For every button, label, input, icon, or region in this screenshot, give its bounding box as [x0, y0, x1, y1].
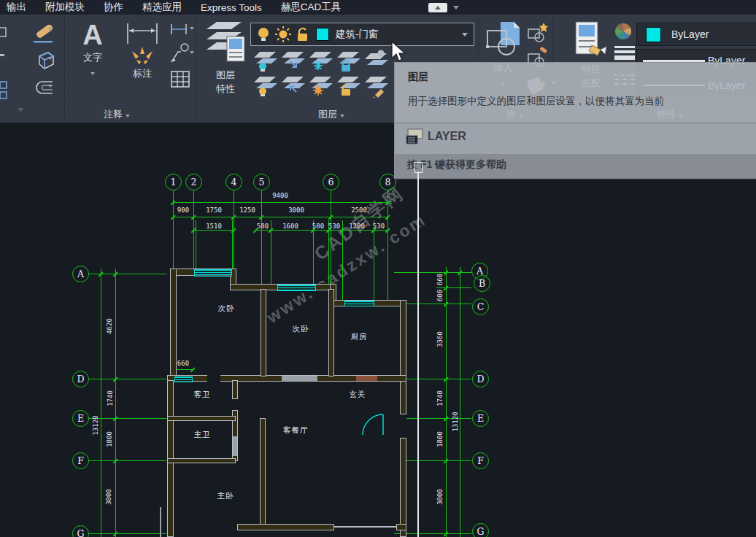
room-label: 主卫 — [194, 430, 211, 440]
chevron-down-icon[interactable] — [48, 57, 53, 60]
layer-command-icon — [406, 128, 424, 145]
tooltip-description: 用于选择图形中定义的图层和图层设置，以便将其置为当前 — [408, 95, 751, 108]
annotation-panel-label[interactable]: 注释 — [104, 108, 130, 121]
door-opening — [207, 375, 220, 382]
tooltip-divider — [395, 123, 756, 123]
axis-bubble: E — [72, 410, 89, 427]
room-label: 次卧 — [293, 324, 309, 334]
insert-block-icon — [485, 20, 521, 58]
color-wheel-icon[interactable] — [615, 23, 631, 39]
wall — [167, 458, 236, 463]
menu-collaborate[interactable]: 协作 — [104, 1, 123, 14]
window — [174, 376, 193, 382]
chevron-down-icon[interactable] — [190, 51, 194, 54]
balcony-door-sill — [334, 526, 397, 528]
layer-properties-button[interactable]: 图层特性 — [203, 20, 248, 96]
axis-bubble: G — [472, 523, 489, 537]
room-label: 玄关 — [350, 390, 366, 400]
axis-bubble: D — [72, 371, 89, 387]
chevron-down-icon — [90, 72, 95, 75]
axis-bubble: A — [72, 266, 89, 282]
menu-express-tools[interactable]: Express Tools — [201, 2, 262, 13]
tooltip-title: 图层 — [408, 71, 428, 84]
wall — [328, 289, 334, 376]
section-line — [417, 171, 419, 537]
modify-panel-clipped-icons — [0, 25, 9, 105]
panel-expand-icon[interactable] — [18, 108, 23, 112]
match-properties-icon — [573, 20, 609, 60]
axis-bubble: 4 — [225, 174, 242, 190]
room-label: 客餐厅 — [283, 425, 309, 436]
text-icon: A — [73, 20, 112, 51]
door-leaf — [233, 436, 237, 456]
axis-bubble: 2 — [185, 174, 202, 190]
axis-bubble: F — [472, 452, 489, 469]
axis-bubble: 6 — [323, 174, 339, 190]
erase-icon[interactable] — [32, 25, 57, 45]
chevron-down-icon[interactable] — [48, 85, 53, 88]
menu-output[interactable]: 输出 — [7, 1, 26, 14]
autocad-window: 输出 附加模块 协作 精选应用 Express Tools 赫思CAD工具 — [0, 0, 756, 537]
table-icon[interactable] — [171, 70, 190, 89]
layer-unlock-icon — [295, 26, 311, 43]
object-color-dropdown[interactable]: ByLayer — [636, 23, 756, 46]
wall — [167, 416, 236, 421]
ribbon-collapse-button[interactable] — [428, 3, 447, 12]
wall — [400, 438, 406, 537]
explode-icon[interactable] — [34, 50, 55, 70]
text-button[interactable]: A 文字 — [73, 20, 112, 78]
current-layer-name: 建筑-门窗 — [336, 28, 379, 41]
window — [277, 285, 316, 291]
menu-bar: 输出 附加模块 协作 精选应用 Express Tools 赫思CAD工具 — [0, 0, 756, 15]
balcony-wall-line — [160, 507, 161, 537]
wall — [261, 289, 266, 376]
door-lintel — [356, 376, 377, 381]
chevron-down-icon — [340, 115, 344, 117]
wall — [170, 268, 177, 378]
layer-thaw-sun-icon — [274, 26, 292, 43]
dimension-icon — [122, 22, 163, 64]
layer-on-bulb-icon — [255, 26, 271, 43]
chevron-down-icon — [126, 115, 130, 117]
chevron-down-icon — [462, 33, 468, 36]
section-line-grip — [414, 162, 423, 173]
mouse-cursor — [390, 41, 406, 63]
chevron-down-icon[interactable] — [48, 28, 53, 31]
chevron-up-icon — [435, 6, 441, 9]
axis-bubble: C — [472, 298, 489, 315]
wall — [400, 300, 406, 414]
wall — [396, 524, 406, 530]
floor-plan: CAD自学网 www. cadzxw. com 9400 900 1750 — [0, 123, 756, 537]
tooltip-command: LAYER — [428, 130, 466, 143]
axis-bubble: G — [72, 525, 89, 537]
room-label: 客卫 — [194, 390, 211, 400]
tooltip-footer: 按 F1 键获得更多帮助 — [395, 154, 756, 179]
color-swatch — [646, 27, 661, 42]
linear-dimension-icon[interactable] — [169, 23, 188, 35]
menu-featured-apps[interactable]: 精选应用 — [142, 1, 182, 14]
room-label: 主卧 — [217, 491, 234, 501]
leader-icon[interactable] — [169, 42, 190, 64]
create-block-icon[interactable] — [527, 22, 549, 42]
menu-hesi-cad-tools[interactable]: 赫思CAD工具 — [281, 1, 342, 14]
lineweight-icon[interactable] — [614, 44, 635, 62]
axis-bubble: E — [472, 410, 489, 427]
layer-color-swatch — [316, 28, 329, 41]
room-label: 次卧 — [218, 304, 235, 314]
wall — [232, 380, 238, 399]
axis-bubble: B — [474, 275, 490, 292]
chevron-down-icon[interactable] — [190, 27, 194, 30]
axis-bubble: 1 — [165, 174, 182, 190]
chevron-down-icon[interactable] — [453, 6, 459, 9]
layer-dropdown[interactable]: 建筑-门窗 — [250, 23, 474, 46]
menu-addins[interactable]: 附加模块 — [45, 1, 85, 14]
dimension-button[interactable]: 标注 — [117, 22, 168, 81]
window — [344, 301, 374, 306]
axis-bubble: 5 — [253, 174, 270, 190]
axis-bubble: F — [72, 452, 89, 469]
panel-separator — [196, 16, 197, 120]
panel-separator — [64, 16, 66, 120]
window — [194, 269, 232, 277]
layers-panel-label[interactable]: 图层 — [318, 108, 344, 121]
wall — [260, 418, 266, 526]
